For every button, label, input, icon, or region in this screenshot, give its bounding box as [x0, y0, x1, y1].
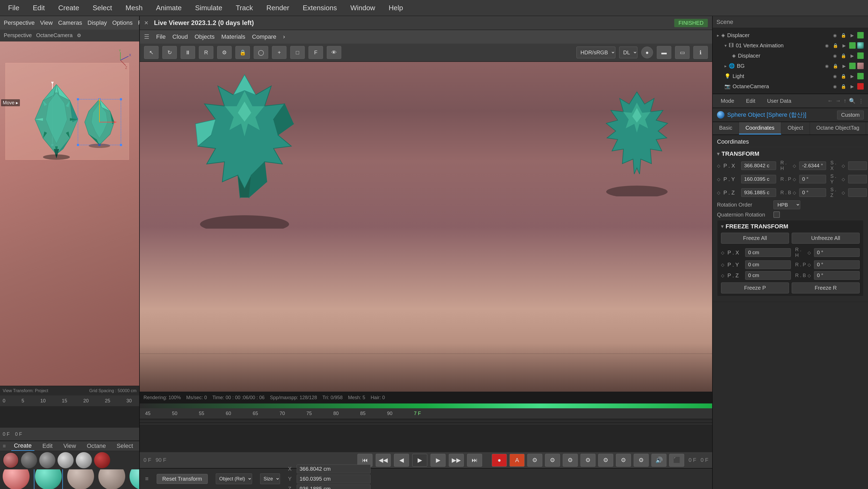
py-input[interactable] [741, 175, 776, 183]
btn-options4[interactable]: ⚙ [581, 454, 595, 467]
tf-x-pos[interactable] [297, 464, 371, 473]
viewport-menu-view[interactable]: View [40, 19, 53, 26]
btn-prev-frame[interactable]: ◀◀ [376, 454, 391, 467]
scene-item-vertex-anim[interactable]: ▾ 🎞 01 Vertex Animation ◉ 🔒 ▶ [713, 40, 868, 51]
btn-options3[interactable]: ⚙ [563, 454, 578, 467]
lv-menu-objects[interactable]: Objects [194, 33, 215, 40]
lv-menu-file[interactable]: File [156, 33, 165, 40]
mat-ball-gray2[interactable] [98, 469, 125, 489]
menu-help[interactable]: Help [386, 3, 405, 13]
item-render-icon-6[interactable]: ▶ [849, 83, 856, 90]
menu-window[interactable]: Window [348, 3, 378, 13]
scene-item-bg[interactable]: ▸ 🌐 BG ◉ 🔒 ▶ [713, 61, 868, 71]
item-lock-icon-6[interactable]: 🔒 [840, 83, 847, 90]
scene-item-displacer[interactable]: ▸ ◈ Displacer ◉ 🔒 ▶ [713, 30, 868, 40]
mat-icon-4[interactable] [58, 452, 74, 468]
size-select[interactable]: Size [260, 473, 280, 484]
attr-search-btn[interactable]: 🔍 [849, 98, 856, 104]
sy-input[interactable] [848, 175, 867, 183]
sx-input[interactable] [848, 162, 867, 170]
item-render-icon-5[interactable]: ▶ [849, 73, 856, 80]
fpz-input[interactable] [745, 271, 791, 280]
btn-prev-keyframe[interactable]: ◀ [394, 454, 409, 467]
attr-edit-btn[interactable]: Edit [742, 97, 759, 105]
attr-userdata-btn[interactable]: User Data [764, 97, 795, 105]
lv-menu-icon[interactable]: ☰ [144, 33, 149, 40]
menu-mesh[interactable]: Mesh [123, 3, 145, 13]
octane-crystal-left[interactable] [166, 73, 322, 229]
frb-input[interactable] [814, 271, 860, 280]
mat-icon-6[interactable] [94, 452, 110, 468]
mat-item-5[interactable]: OctGlossy [129, 469, 139, 489]
btn-options6[interactable]: ⚙ [616, 454, 631, 467]
item-lock-icon-2[interactable]: 🔒 [832, 42, 839, 49]
unfreeze-all-btn[interactable]: Unfreeze All [792, 233, 860, 244]
transform-header[interactable]: ▾ TRANSFORM [717, 150, 864, 157]
object-rel-select[interactable]: Object (Rel) [216, 473, 252, 484]
btn-options8[interactable]: 🔊 [651, 454, 666, 467]
freeze-p-btn[interactable]: Freeze P [721, 282, 789, 293]
scene-item-displacer2[interactable]: ◈ Displacer ◉ 🔒 ▶ [713, 51, 868, 61]
btn-next-keyframe[interactable]: ▶ [431, 454, 445, 467]
rotation-order-select[interactable]: HPB [773, 200, 800, 209]
rb-input[interactable] [799, 188, 826, 197]
rh-input[interactable] [799, 162, 826, 170]
expand-arrow-4[interactable]: ▸ [724, 63, 727, 68]
item-vis-icon-6[interactable]: ◉ [832, 83, 838, 90]
tool-lens[interactable]: 👁 [327, 46, 341, 59]
scene-item-light[interactable]: 💡 Light ◉ 🔒 ▶ [713, 71, 868, 81]
attr-back-btn[interactable]: ← [828, 98, 833, 104]
menu-select[interactable]: Select [90, 3, 115, 13]
item-lock-icon-3[interactable]: 🔒 [840, 52, 847, 59]
lv-menu-materials[interactable]: Materials [221, 33, 245, 40]
item-vis-icon-2[interactable]: ◉ [824, 42, 830, 49]
item-lock-icon-4[interactable]: 🔒 [832, 62, 839, 69]
btn-auto-key[interactable]: A [509, 454, 525, 467]
mat-icon-2[interactable] [21, 452, 37, 468]
freeze-all-btn[interactable]: Freeze All [721, 233, 789, 244]
item-render-icon-3[interactable]: ▶ [849, 52, 856, 59]
tool-move[interactable]: ↖ [144, 46, 159, 59]
reset-transform-btn[interactable]: Reset Transform [157, 474, 208, 484]
rp-input[interactable] [799, 175, 826, 183]
btn-record[interactable]: ● [492, 454, 507, 467]
menu-animate[interactable]: Animate [153, 3, 184, 13]
tool-square[interactable]: □ [290, 46, 305, 59]
item-lock-icon-5[interactable]: 🔒 [840, 73, 847, 80]
item-vis-icon-5[interactable]: ◉ [832, 73, 838, 80]
tool-f[interactable]: F [309, 46, 323, 59]
frp-input[interactable] [814, 260, 860, 269]
mat-item-2[interactable]: OctGlossy [34, 469, 63, 489]
lv-menu-cloud[interactable]: Cloud [172, 33, 188, 40]
lv-close-icon[interactable]: ✕ [144, 20, 149, 26]
shelf-tab-view[interactable]: View [61, 441, 79, 451]
camera-settings-icon[interactable]: ⚙ [77, 33, 81, 38]
expand-arrow-2[interactable]: ▾ [724, 43, 727, 48]
mat-ball-teal[interactable] [35, 469, 62, 489]
shelf-tab-select[interactable]: Select [114, 441, 136, 451]
tool-rotate[interactable]: ↻ [162, 46, 177, 59]
fpy-input[interactable] [745, 260, 791, 269]
crystal-object-right-small[interactable] [72, 95, 126, 149]
pz-input[interactable] [741, 188, 776, 197]
viewport-menu-display[interactable]: Display [88, 19, 107, 26]
btn-options7[interactable]: ⚙ [634, 454, 649, 467]
mat-item-4[interactable]: OctGlossy [98, 469, 125, 489]
custom-badge[interactable]: Custom [837, 111, 864, 119]
tool-info[interactable]: ℹ [693, 46, 708, 59]
tool-settings[interactable]: ⚙ [217, 46, 231, 59]
lv-menu-more[interactable]: › [283, 33, 285, 40]
timeline-tracks-main[interactable] [140, 419, 712, 452]
menu-extensions[interactable]: Extensions [300, 3, 339, 13]
timeline-progress-bar[interactable] [140, 403, 712, 408]
menu-render[interactable]: Render [264, 3, 292, 13]
attr-tab-object[interactable]: Object [781, 122, 810, 135]
mat-ball-pink[interactable] [3, 469, 30, 489]
tool-pause[interactable]: ⏸ [181, 46, 195, 59]
tool-lock[interactable]: 🔒 [236, 46, 250, 59]
tool-rect2[interactable]: ▭ [675, 46, 689, 59]
btn-skip-end[interactable]: ⏭ [467, 454, 482, 467]
octane-viewport[interactable] [140, 62, 712, 392]
item-render-icon-4[interactable]: ▶ [841, 62, 847, 69]
px-input[interactable] [741, 162, 776, 170]
